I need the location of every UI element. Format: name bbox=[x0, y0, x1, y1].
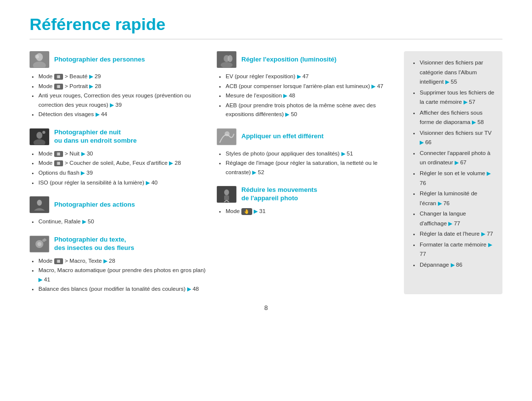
list-item: Mode ▦ > Macro, Texte ▶ 28 bbox=[38, 256, 207, 266]
list-item: Régler le son et le volume ▶ 76 bbox=[420, 169, 495, 188]
list-item: Visionner des fichiers par catégorie dan… bbox=[420, 58, 495, 87]
section-reduce-body: Mode 🤚 ▶ 31 bbox=[217, 207, 394, 216]
section-night-title: Photographier de nuitou dans un endroit … bbox=[54, 128, 137, 145]
section-people: Photographier des personnes Mode ▦ > Bea… bbox=[30, 51, 207, 120]
section-expo-body: EV (pour régler l'exposition) ▶ 47 ACB (… bbox=[217, 72, 394, 120]
section-text-thumb bbox=[30, 236, 49, 252]
section-action-header: Photographier des actions bbox=[30, 196, 207, 213]
section-text-header: Photographier du texte,des insectes ou d… bbox=[30, 236, 207, 252]
svg-point-18 bbox=[225, 131, 230, 136]
list-item: EV (pour régler l'exposition) ▶ 47 bbox=[226, 72, 394, 81]
section-reduce-title: Réduire les mouvementsde l'appareil phot… bbox=[241, 186, 317, 203]
list-item: Mesure de l'exposition ▶ 48 bbox=[226, 91, 394, 100]
list-item: Détection des visages ▶ 44 bbox=[38, 110, 207, 119]
list-item: Styles de photo (pour appliquer des tona… bbox=[226, 149, 394, 158]
section-night-thumb bbox=[30, 128, 49, 145]
list-item: Changer la langue d'affichage ▶ 77 bbox=[420, 209, 495, 228]
section-expo: Régler l'exposition (luminosité) EV (pou… bbox=[217, 51, 394, 120]
list-item: Mode ▦ > Portrait ▶ 28 bbox=[38, 82, 207, 91]
list-item: Régler la date et l'heure ▶ 77 bbox=[420, 229, 495, 239]
section-people-thumb bbox=[30, 51, 49, 68]
page-title: Référence rapide bbox=[30, 15, 502, 39]
list-item: Mode 🤚 ▶ 31 bbox=[226, 207, 394, 216]
section-expo-header: Régler l'exposition (luminosité) bbox=[217, 51, 394, 68]
list-item: Afficher des fichiers sous forme de diap… bbox=[420, 108, 495, 127]
main-layout: Photographier des personnes Mode ▦ > Bea… bbox=[30, 51, 502, 294]
list-item: Anti yeux rouges, Correction des yeux ro… bbox=[38, 91, 207, 109]
list-item: Options du flash ▶ 39 bbox=[38, 168, 207, 178]
section-effect-title: Appliquer un effet différent bbox=[241, 132, 324, 141]
mid-column: Régler l'exposition (luminosité) EV (pou… bbox=[217, 51, 394, 294]
list-item: Mode ▦ > Nuit ▶ 30 bbox=[38, 149, 207, 158]
section-people-body: Mode ▦ > Beauté ▶ 29 Mode ▦ > Portrait ▶… bbox=[30, 72, 207, 120]
list-item: ISO (pour régler la sensibilité à la lum… bbox=[38, 178, 207, 187]
section-reduce-thumb bbox=[217, 186, 236, 203]
page-number: 8 bbox=[30, 304, 502, 311]
list-item: Macro, Macro automatique (pour prendre d… bbox=[38, 266, 207, 284]
section-expo-title: Régler l'exposition (luminosité) bbox=[241, 56, 336, 64]
list-item: Balance des blancs (pour modifier la ton… bbox=[38, 284, 207, 294]
section-action-thumb bbox=[30, 196, 49, 213]
section-effect-body: Styles de photo (pour appliquer des tona… bbox=[217, 149, 394, 178]
list-item: Réglage de l'image (pour régler la satur… bbox=[226, 158, 394, 177]
right-column: Visionner des fichiers par catégorie dan… bbox=[404, 51, 502, 294]
list-item: AEB (pour prendre trois photos de la mêm… bbox=[226, 101, 394, 119]
section-action: Photographier des actions Continue, Rafa… bbox=[30, 196, 207, 227]
section-effect: Appliquer un effet différent Styles de p… bbox=[217, 128, 394, 178]
svg-rect-21 bbox=[224, 195, 229, 200]
section-action-body: Continue, Rafale ▶ 50 bbox=[30, 217, 207, 227]
section-expo-thumb bbox=[217, 51, 236, 68]
list-item: Mode ▦ > Coucher de soleil, Aube, Feux d… bbox=[38, 158, 207, 168]
section-night-header: Photographier de nuitou dans un endroit … bbox=[30, 128, 207, 145]
svg-point-9 bbox=[37, 200, 42, 206]
list-item: Mode ▦ > Beauté ▶ 29 bbox=[38, 72, 207, 81]
section-text: Photographier du texte,des insectes ou d… bbox=[30, 236, 207, 294]
list-item: Supprimer tous les fichiers de la carte … bbox=[420, 88, 495, 107]
list-item: Visionner des fichiers sur TV ▶ 66 bbox=[420, 128, 495, 148]
svg-point-12 bbox=[37, 242, 41, 246]
svg-point-3 bbox=[35, 55, 39, 59]
svg-point-20 bbox=[224, 189, 229, 195]
section-reduce: Réduire les mouvementsde l'appareil phot… bbox=[217, 186, 394, 216]
section-night-body: Mode ▦ > Nuit ▶ 30 Mode ▦ > Coucher de s… bbox=[30, 149, 207, 187]
section-people-header: Photographier des personnes bbox=[30, 51, 207, 68]
section-night: Photographier de nuitou dans un endroit … bbox=[30, 128, 207, 187]
section-effect-header: Appliquer un effet différent bbox=[217, 128, 394, 145]
svg-point-7 bbox=[42, 131, 45, 134]
list-item: Dépannage ▶ 86 bbox=[420, 260, 495, 270]
right-col-list: Visionner des fichiers par catégorie dan… bbox=[412, 58, 495, 270]
list-item: Régler la luminosité de l'écran ▶ 76 bbox=[420, 189, 495, 208]
section-action-title: Photographier des actions bbox=[54, 201, 135, 209]
left-column: Photographier des personnes Mode ▦ > Bea… bbox=[30, 51, 207, 294]
section-text-body: Mode ▦ > Macro, Texte ▶ 28 Macro, Macro … bbox=[30, 256, 207, 294]
list-item: Continue, Rafale ▶ 50 bbox=[38, 217, 207, 226]
list-item: ACB (pour compenser lorsque l'arrière-pl… bbox=[226, 82, 394, 91]
section-text-title: Photographier du texte,des insectes ou d… bbox=[54, 236, 134, 252]
section-people-title: Photographier des personnes bbox=[54, 56, 145, 64]
list-item: Connecter l'appareil photo à un ordinate… bbox=[420, 149, 495, 168]
section-effect-thumb bbox=[217, 128, 236, 145]
section-reduce-header: Réduire les mouvementsde l'appareil phot… bbox=[217, 186, 394, 203]
svg-point-5 bbox=[36, 132, 42, 139]
svg-point-15 bbox=[228, 55, 233, 62]
list-item: Formater la carte mémoire ▶ 77 bbox=[420, 240, 495, 259]
